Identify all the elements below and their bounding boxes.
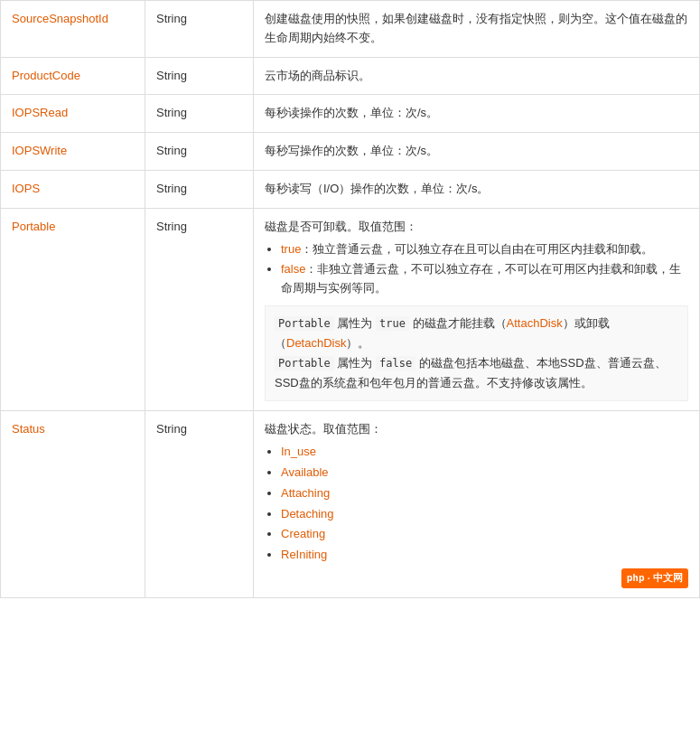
php-badge-inner: php·中文网 xyxy=(621,568,688,588)
status-item-detaching: Detaching xyxy=(281,505,688,524)
portable-notice-end: ）。 xyxy=(346,336,369,350)
row-iops: IOPS String 每秒读写（I/O）操作的次数，单位：次/s。 xyxy=(1,170,700,208)
portable-notice-attr1: 属性为 xyxy=(337,316,372,330)
status-available-text: Available xyxy=(281,465,329,479)
status-item-available: Available xyxy=(281,464,688,483)
portable-notice-attr2: 属性为 xyxy=(337,356,372,370)
field-desc-portable: 磁盘是否可卸载。取值范围： true：独立普通云盘，可以独立存在且可以自由在可用… xyxy=(254,208,700,411)
row-portable: Portable String 磁盘是否可卸载。取值范围： true：独立普通云… xyxy=(1,208,700,411)
field-desc-iopswrite: 每秒写操作的次数，单位：次/s。 xyxy=(254,133,700,171)
row-productcode: ProductCode String 云市场的商品标识。 xyxy=(1,57,700,95)
field-name-productcode: ProductCode xyxy=(1,57,145,95)
status-item-inuse: In_use xyxy=(281,443,688,462)
field-desc-iops: 每秒读写（I/O）操作的次数，单位：次/s。 xyxy=(254,170,700,208)
row-sourcesnapshotid: SourceSnapshotId String 创建磁盘使用的快照，如果创建磁盘… xyxy=(1,1,700,58)
portable-notice-val2: false xyxy=(376,356,415,370)
status-item-creating: Creating xyxy=(281,525,688,544)
portable-notice-val1: true xyxy=(376,316,409,331)
portable-notice-suf1: 的磁盘才能挂载（ xyxy=(413,316,507,330)
field-name-sourcesnapshotid: SourceSnapshotId xyxy=(1,1,145,58)
status-item-reiniting: ReIniting xyxy=(281,546,688,565)
status-inuse-text: In_use xyxy=(281,445,316,458)
status-attaching-text: Attaching xyxy=(281,486,330,500)
field-type-iopsread: String xyxy=(145,95,254,133)
status-list: In_use Available Attaching Detaching Cre… xyxy=(265,443,688,565)
portable-list-item-false: false：非独立普通云盘，不可以独立存在，不可以在可用区内挂载和卸载，生命周期… xyxy=(281,260,688,298)
field-type-sourcesnapshotid: String xyxy=(145,1,254,58)
status-creating-text: Creating xyxy=(281,527,325,540)
portable-notice: Portable 属性为 true 的磁盘才能挂载（AttachDisk）或卸载… xyxy=(265,305,688,401)
field-type-iops: String xyxy=(145,170,254,208)
row-iopswrite: IOPSWrite String 每秒写操作的次数，单位：次/s。 xyxy=(1,133,700,171)
portable-notice-link1[interactable]: AttachDisk xyxy=(507,316,563,330)
field-desc-sourcesnapshotid: 创建磁盘使用的快照，如果创建磁盘时，没有指定快照，则为空。这个值在磁盘的生命周期… xyxy=(254,1,700,58)
field-name-status: Status xyxy=(1,411,145,597)
field-name-iopsread: IOPSRead xyxy=(1,95,145,133)
php-separator: · xyxy=(647,572,651,585)
field-name-iops: IOPS xyxy=(1,170,145,208)
status-intro: 磁盘状态。取值范围： xyxy=(265,422,382,436)
row-status: Status String 磁盘状态。取值范围： In_use Availabl… xyxy=(1,411,700,597)
field-type-portable: String xyxy=(145,208,254,411)
status-item-attaching: Attaching xyxy=(281,484,688,503)
php-badge-container: php·中文网 xyxy=(265,567,688,588)
portable-notice-link2[interactable]: DetachDisk xyxy=(286,336,346,350)
php-badge: php·中文网 xyxy=(621,570,688,584)
row-iopsread: IOPSRead String 每秒读操作的次数，单位：次/s。 xyxy=(1,95,700,133)
php-label: php xyxy=(627,570,645,586)
portable-list-item-true: true：独立普通云盘，可以独立存在且可以自由在可用区内挂载和卸载。 xyxy=(281,240,688,259)
field-type-productcode: String xyxy=(145,57,254,95)
portable-false-text: ：非独立普通云盘，不可以独立存在，不可以在可用区内挂载和卸载，生命周期与实例等同… xyxy=(281,262,681,295)
portable-notice-code2: Portable xyxy=(275,356,334,370)
zhongwen-label: 中文网 xyxy=(653,570,683,586)
field-name-portable: Portable xyxy=(1,208,145,411)
field-type-iopswrite: String xyxy=(145,133,254,171)
portable-true-key: true xyxy=(281,242,301,256)
portable-notice-suf2: 的磁盘包括本地磁盘、本地SSD盘、普通云盘、SSD盘的系统盘和包年包月的普通云盘… xyxy=(275,356,667,389)
field-type-status: String xyxy=(145,411,254,597)
field-desc-status: 磁盘状态。取值范围： In_use Available Attaching De… xyxy=(254,411,700,597)
portable-notice-code1: Portable xyxy=(275,316,334,331)
portable-true-text: ：独立普通云盘，可以独立存在且可以自由在可用区内挂载和卸载。 xyxy=(301,242,653,256)
portable-intro: 磁盘是否可卸载。取值范围： xyxy=(265,220,417,233)
field-desc-productcode: 云市场的商品标识。 xyxy=(254,57,700,95)
portable-false-key: false xyxy=(281,262,305,276)
portable-list: true：独立普通云盘，可以独立存在且可以自由在可用区内挂载和卸载。 false… xyxy=(265,240,688,298)
status-reiniting-text: ReIniting xyxy=(281,548,327,561)
status-detaching-text: Detaching xyxy=(281,507,334,521)
field-name-iopswrite: IOPSWrite xyxy=(1,133,145,171)
field-desc-iopsread: 每秒读操作的次数，单位：次/s。 xyxy=(254,95,700,133)
